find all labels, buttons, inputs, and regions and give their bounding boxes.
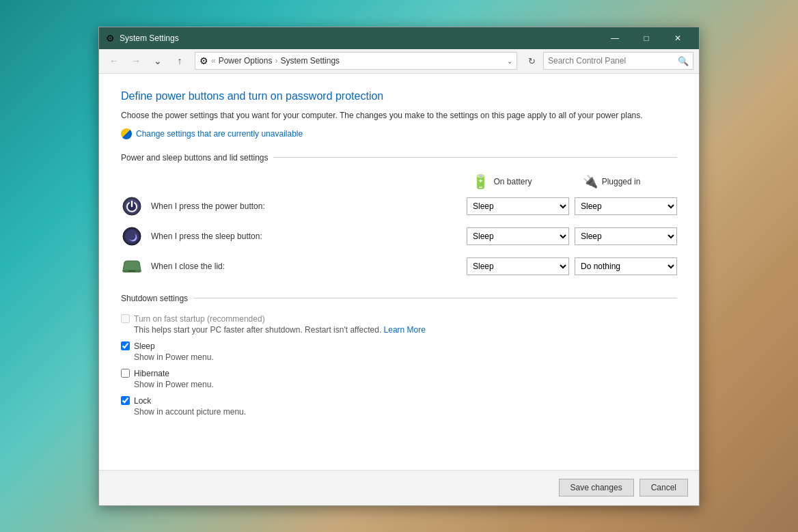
minimize-button[interactable]: — xyxy=(599,27,631,49)
power-table-header: 🔋 On battery 🔌 Plugged in xyxy=(121,173,677,190)
lid-selects: Do nothing Sleep Hibernate Shut down Tur… xyxy=(467,257,677,275)
window-icon: ⚙ xyxy=(105,33,115,44)
window-controls: — □ ✕ xyxy=(599,27,693,49)
address-sep2: › xyxy=(275,56,277,66)
page-title: Define power buttons and turn on passwor… xyxy=(121,90,677,102)
up-button[interactable]: ↑ xyxy=(170,51,189,70)
power-button-row: When I press the power button: Do nothin… xyxy=(121,195,677,217)
address-bar[interactable]: ⚙ « Power Options › System Settings ⌄ xyxy=(195,52,517,70)
change-settings-label: Change settings that are currently unava… xyxy=(136,129,303,139)
fast-startup-subtext: This helps start your PC faster after sh… xyxy=(134,325,677,335)
forward-button[interactable]: → xyxy=(126,51,146,70)
change-settings-link[interactable]: Change settings that are currently unava… xyxy=(121,128,677,139)
page-description: Choose the power settings that you want … xyxy=(121,109,677,122)
divider-line xyxy=(273,157,677,158)
power-button-battery-select[interactable]: Do nothing Sleep Hibernate Shut down Tur… xyxy=(467,197,569,215)
sleep-row: Sleep xyxy=(121,341,677,351)
system-settings-window: ⚙ System Settings — □ ✕ ← → ⌄ ↑ ⚙ « Powe… xyxy=(98,27,700,506)
breadcrumb-parent: Power Options xyxy=(219,56,273,66)
address-sep1: « xyxy=(211,56,216,66)
shutdown-divider-line xyxy=(193,298,677,298)
maximize-button[interactable]: □ xyxy=(631,27,662,49)
lock-checkbox[interactable] xyxy=(121,396,130,405)
power-button-icon xyxy=(121,195,143,217)
title-bar: ⚙ System Settings — □ ✕ xyxy=(99,27,699,49)
search-icon: 🔍 xyxy=(678,56,689,66)
lid-label: When I close the lid: xyxy=(148,262,461,271)
close-button[interactable]: ✕ xyxy=(662,27,693,49)
window-title: System Settings xyxy=(120,33,595,43)
sleep-button-icon xyxy=(121,225,143,247)
sleep-item: Sleep Show in Power menu. xyxy=(121,341,677,362)
address-chevron[interactable]: ⌄ xyxy=(507,57,512,65)
fast-startup-checkbox[interactable] xyxy=(121,314,130,323)
sleep-button-battery-select[interactable]: Do nothing Sleep Hibernate Shut down Tur… xyxy=(467,227,569,245)
battery-column-header: 🔋 On battery xyxy=(448,173,557,190)
lock-checkbox-label: Lock xyxy=(134,396,151,406)
battery-icon: 🔋 xyxy=(472,173,489,190)
footer: Save changes Cancel xyxy=(99,470,699,505)
power-button-selects: Do nothing Sleep Hibernate Shut down Tur… xyxy=(467,197,677,215)
search-input[interactable] xyxy=(548,56,675,66)
sleep-button-selects: Do nothing Sleep Hibernate Shut down Tur… xyxy=(467,227,677,245)
lock-subtext: Show in account picture menu. xyxy=(134,407,677,417)
sleep-button-row: When I press the sleep button: Do nothin… xyxy=(121,225,677,247)
hibernate-row: Hibernate xyxy=(121,369,677,378)
hibernate-checkbox-label: Hibernate xyxy=(134,369,169,378)
lock-item: Lock Show in account picture menu. xyxy=(121,396,677,417)
power-button-label: When I press the power button: xyxy=(148,201,461,211)
cancel-button[interactable]: Cancel xyxy=(639,479,688,496)
shield-icon xyxy=(121,128,132,139)
breadcrumb-current: System Settings xyxy=(280,56,340,66)
lid-battery-select[interactable]: Do nothing Sleep Hibernate Shut down Tur… xyxy=(467,257,569,275)
power-table: 🔋 On battery 🔌 Plugged in xyxy=(121,173,677,277)
fast-startup-label: Turn on fast startup (recommended) xyxy=(134,314,265,324)
shutdown-divider: Shutdown settings xyxy=(121,294,677,303)
address-icon: ⚙ xyxy=(200,55,208,66)
toolbar: ← → ⌄ ↑ ⚙ « Power Options › System Setti… xyxy=(99,49,699,74)
shutdown-section: Turn on fast startup (recommended) This … xyxy=(121,314,677,417)
fast-startup-row: Turn on fast startup (recommended) xyxy=(121,314,677,324)
battery-label: On battery xyxy=(493,177,532,186)
sleep-checkbox[interactable] xyxy=(121,341,130,350)
lid-plugged-select[interactable]: Do nothing Sleep Hibernate Shut down Tur… xyxy=(575,257,677,275)
shutdown-label: Shutdown settings xyxy=(121,294,188,303)
refresh-button[interactable]: ↻ xyxy=(523,52,540,70)
back-button[interactable]: ← xyxy=(105,51,124,70)
hibernate-item: Hibernate Show in Power menu. xyxy=(121,369,677,389)
dropdown-button[interactable]: ⌄ xyxy=(148,51,167,70)
power-sleep-label: Power and sleep buttons and lid settings xyxy=(121,153,268,163)
sleep-checkbox-label: Sleep xyxy=(134,341,155,351)
hibernate-checkbox[interactable] xyxy=(121,369,130,378)
sleep-subtext: Show in Power menu. xyxy=(134,352,677,362)
plugged-label: Plugged in xyxy=(602,177,641,186)
sleep-button-label: When I press the sleep button: xyxy=(148,232,461,241)
power-button-plugged-select[interactable]: Do nothing Sleep Hibernate Shut down Tur… xyxy=(575,197,677,215)
sleep-button-plugged-select[interactable]: Do nothing Sleep Hibernate Shut down Tur… xyxy=(575,227,677,245)
search-box[interactable]: 🔍 xyxy=(543,52,693,70)
hibernate-subtext: Show in Power menu. xyxy=(134,380,677,389)
lock-row: Lock xyxy=(121,396,677,406)
lid-icon xyxy=(121,255,143,277)
fast-startup-item: Turn on fast startup (recommended) This … xyxy=(121,314,677,335)
svg-rect-5 xyxy=(128,270,135,272)
save-button[interactable]: Save changes xyxy=(559,479,634,496)
main-content: Define power buttons and turn on passwor… xyxy=(99,74,699,470)
plugged-column-header: 🔌 Plugged in xyxy=(557,173,666,190)
plug-icon: 🔌 xyxy=(583,174,598,189)
learn-more-link[interactable]: Learn More xyxy=(384,325,426,335)
lid-row: When I close the lid: Do nothing Sleep H… xyxy=(121,255,677,277)
power-sleep-divider: Power and sleep buttons and lid settings xyxy=(121,153,677,163)
